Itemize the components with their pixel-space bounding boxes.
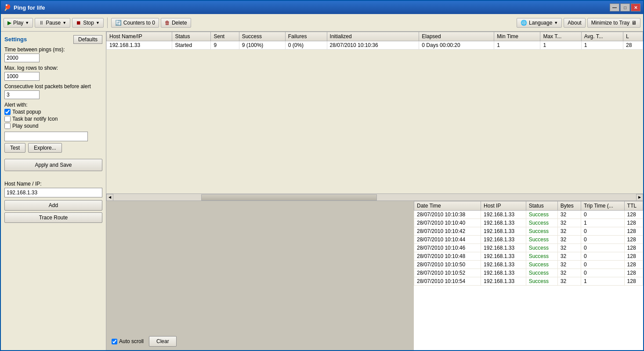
- minimize-tray-button[interactable]: Minimize to Tray 🖥: [587, 18, 640, 28]
- col-l: L: [623, 32, 643, 41]
- max-log-rows-input[interactable]: [4, 72, 40, 81]
- main-table-body: 192.168.1.33Started99 (100%)0 (0%)28/07/…: [107, 41, 643, 50]
- main-window: 🏓 Ping for life — □ ✕ ▶ Play ▼ ⏸ Pause ▼…: [0, 0, 644, 351]
- top-table-area: Host Name/IP Status Sent Success Failure…: [106, 32, 643, 201]
- list-item[interactable]: 28/07/2010 10:10:42192.168.1.33Success32…: [414, 227, 643, 236]
- title-bar-controls: — □ ✕: [610, 4, 640, 11]
- main-table: Host Name/IP Status Sent Success Failure…: [106, 32, 643, 50]
- log-col-host-ip: Host IP: [481, 201, 526, 211]
- language-label: Language: [529, 20, 552, 26]
- maximize-button[interactable]: □: [620, 4, 630, 11]
- title-bar: 🏓 Ping for life — □ ✕: [1, 1, 643, 14]
- horizontal-scrollbar[interactable]: ◀ ▶: [106, 193, 643, 201]
- minimize-button[interactable]: —: [610, 4, 619, 11]
- scroll-left-arrow[interactable]: ◀: [106, 194, 113, 201]
- play-sound-checkbox[interactable]: [4, 123, 11, 129]
- app-icon: 🏓: [4, 4, 11, 11]
- pause-button[interactable]: ⏸ Pause ▼: [35, 18, 70, 28]
- delete-button[interactable]: 🗑 Delete: [161, 18, 191, 28]
- toast-popup-checkbox[interactable]: [4, 109, 11, 115]
- col-host: Host Name/IP: [107, 32, 172, 41]
- play-icon: ▶: [7, 20, 11, 26]
- list-item[interactable]: 28/07/2010 10:10:38192.168.1.33Success32…: [414, 211, 643, 219]
- list-item[interactable]: 28/07/2010 10:10:54192.168.1.33Success32…: [414, 277, 643, 286]
- table-row[interactable]: 192.168.1.33Started99 (100%)0 (0%)28/07/…: [107, 41, 643, 50]
- log-col-datetime: Date Time: [414, 201, 481, 211]
- col-failures: Failures: [285, 32, 327, 41]
- main-content: Settings Defaults Time between pings (ms…: [1, 32, 643, 350]
- toolbar: ▶ Play ▼ ⏸ Pause ▼ ⏹ Stop ▼ 🔄 Counters t…: [1, 14, 643, 32]
- auto-scroll-label: Auto scroll: [119, 338, 144, 344]
- stop-icon: ⏹: [76, 20, 81, 26]
- scroll-right-arrow[interactable]: ▶: [636, 194, 643, 201]
- apply-save-button[interactable]: Apply and Save: [4, 159, 102, 171]
- trace-route-button[interactable]: Trace Route: [4, 212, 102, 223]
- host-name-input[interactable]: [4, 188, 102, 197]
- play-sound-label: Play sound: [12, 123, 38, 129]
- time-between-pings-label: Time between pings (ms):: [4, 47, 102, 53]
- col-status: Status: [172, 32, 211, 41]
- pause-label: Pause: [46, 20, 61, 26]
- app-title: Ping for life: [14, 4, 45, 11]
- col-success: Success: [239, 32, 285, 41]
- col-avg-time: Avg. T...: [581, 32, 623, 41]
- test-button[interactable]: Test: [4, 143, 25, 153]
- list-item[interactable]: 28/07/2010 10:10:40192.168.1.33Success32…: [414, 219, 643, 227]
- language-dropdown-icon: ▼: [554, 21, 558, 25]
- log-table-area[interactable]: Date Time Host IP Status Bytes Trip Time…: [414, 201, 643, 350]
- about-button[interactable]: About: [564, 18, 585, 28]
- counters-label: Counters to 0: [123, 20, 155, 26]
- minimize-tray-label: Minimize to Tray: [591, 20, 630, 26]
- time-between-pings-field: Time between pings (ms):: [4, 47, 102, 62]
- bottom-panel: Auto scroll Clear Date Time Host IP Stat…: [106, 201, 643, 350]
- log-table: Date Time Host IP Status Bytes Trip Time…: [414, 201, 643, 286]
- toast-popup-label: Toast popup: [12, 109, 41, 115]
- log-col-bytes: Bytes: [557, 201, 581, 211]
- add-button[interactable]: Add: [4, 200, 102, 211]
- title-bar-left: 🏓 Ping for life: [4, 4, 45, 11]
- play-button[interactable]: ▶ Play ▼: [4, 18, 33, 28]
- list-item[interactable]: 28/07/2010 10:10:48192.168.1.33Success32…: [414, 252, 643, 261]
- taskbar-notify-checkbox[interactable]: [4, 116, 11, 122]
- auto-scroll-row: Auto scroll: [112, 338, 144, 344]
- toast-popup-row: Toast popup: [4, 109, 102, 115]
- alert-with-label: Alert with:: [4, 102, 102, 108]
- log-col-trip-time: Trip Time (...: [581, 201, 624, 211]
- main-table-container[interactable]: Host Name/IP Status Sent Success Failure…: [106, 32, 643, 193]
- counters-button[interactable]: 🔄 Counters to 0: [111, 18, 159, 28]
- auto-scroll-checkbox[interactable]: [112, 339, 117, 344]
- language-button[interactable]: 🌐 Language ▼: [517, 18, 562, 28]
- sidebar: Settings Defaults Time between pings (ms…: [1, 32, 106, 350]
- list-item[interactable]: 28/07/2010 10:10:50192.168.1.33Success32…: [414, 261, 643, 269]
- consecutive-lost-field: Consecutive lost packets before alert: [4, 83, 102, 99]
- minimize-tray-icon: 🖥: [631, 20, 637, 26]
- graph-wrapper: Auto scroll Clear: [106, 201, 414, 350]
- consecutive-lost-input[interactable]: [4, 90, 40, 99]
- list-item[interactable]: 28/07/2010 10:10:44192.168.1.33Success32…: [414, 236, 643, 244]
- alert-with-section: Alert with: Toast popup Task bar notify …: [4, 102, 102, 153]
- sound-btn-row: Test Explore...: [4, 143, 102, 153]
- clear-button[interactable]: Clear: [149, 336, 177, 347]
- about-label: About: [568, 20, 581, 26]
- col-elapsed: Elapsed: [419, 32, 494, 41]
- list-item[interactable]: 28/07/2010 10:10:52192.168.1.33Success32…: [414, 269, 643, 277]
- scroll-track[interactable]: [113, 194, 636, 201]
- time-between-pings-input[interactable]: [4, 54, 40, 62]
- defaults-button[interactable]: Defaults: [73, 35, 102, 44]
- stop-dropdown-icon: ▼: [96, 21, 100, 25]
- close-button[interactable]: ✕: [631, 4, 640, 11]
- sound-path-input[interactable]: [4, 132, 88, 141]
- language-icon: 🌐: [521, 20, 527, 26]
- play-sound-row: Play sound: [4, 123, 102, 129]
- play-dropdown-icon: ▼: [25, 21, 29, 25]
- log-table-header: Date Time Host IP Status Bytes Trip Time…: [414, 201, 643, 211]
- col-sent: Sent: [211, 32, 239, 41]
- delete-icon: 🗑: [165, 20, 170, 26]
- explore-button[interactable]: Explore...: [28, 143, 62, 153]
- stop-button[interactable]: ⏹ Stop ▼: [72, 18, 104, 28]
- scroll-thumb[interactable]: [201, 194, 377, 201]
- settings-title: Settings: [4, 36, 27, 43]
- separator-1: [107, 18, 108, 28]
- max-log-rows-label: Max. log rows to show:: [4, 65, 102, 71]
- list-item[interactable]: 28/07/2010 10:10:46192.168.1.33Success32…: [414, 244, 643, 252]
